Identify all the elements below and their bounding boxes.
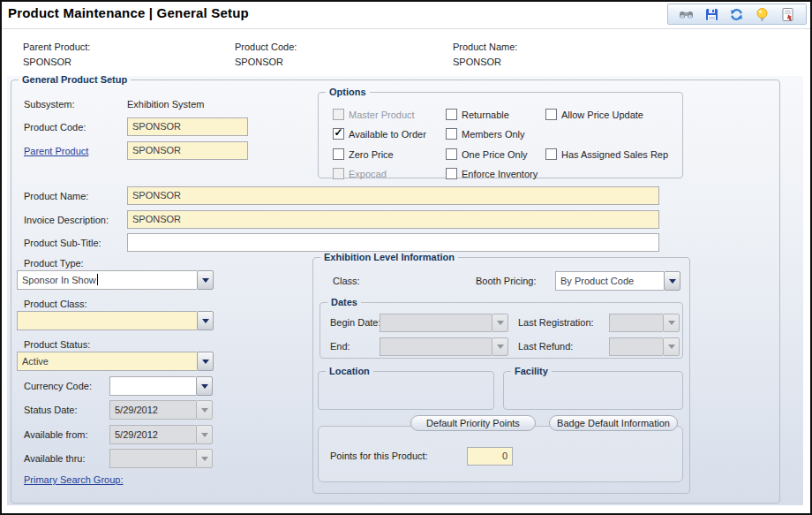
points-for-product-input[interactable]: 0 <box>467 447 513 466</box>
checkbox-zero-price[interactable]: Zero Price <box>333 148 394 160</box>
begin-date-picker <box>380 314 508 332</box>
currency-code-combobox[interactable] <box>109 376 213 396</box>
end-date-value <box>380 337 492 356</box>
checkbox-master-product: Master Product <box>333 109 415 120</box>
available-from-value: 5/29/2012 <box>109 425 196 444</box>
begin-date-value <box>380 314 492 332</box>
invoice-description-label: Invoice Description: <box>24 215 109 225</box>
checkbox-expocad: Expocad <box>333 168 387 179</box>
text-caret <box>97 274 98 285</box>
available-from-dropdown-button <box>196 425 213 444</box>
checkbox-box[interactable] <box>446 168 457 179</box>
end-date-dropdown-button <box>492 337 508 356</box>
last-refund-dropdown-button <box>663 337 680 356</box>
last-refund-picker <box>609 337 680 356</box>
class-label: Class: <box>333 276 360 286</box>
tip-icon[interactable] <box>755 6 771 22</box>
checkbox-label: Allow Price Update <box>561 110 643 120</box>
exhibition-level-information-legend: Exhibition Level Information <box>320 252 458 262</box>
subsystem-label: Subsystem: <box>24 99 74 110</box>
header-product-name-label: Product Name: <box>453 42 517 52</box>
checkbox-box[interactable] <box>446 128 457 140</box>
product-class-combobox[interactable] <box>17 311 214 330</box>
header-parent-product-label: Parent Product: <box>23 42 90 52</box>
status-date-label: Status Date: <box>24 405 78 415</box>
header-parent-product-value: SPONSOR <box>23 57 71 67</box>
default-priority-points-button[interactable]: Default Priority Points <box>410 415 536 431</box>
checkbox-box[interactable] <box>446 109 457 120</box>
checkbox-has-assigned-sales-rep[interactable]: Has Assigned Sales Rep <box>545 148 668 160</box>
general-product-setup-legend: General Product Setup <box>19 74 131 85</box>
product-subtitle-input[interactable] <box>127 233 659 252</box>
product-code-input[interactable]: SPONSOR <box>127 117 248 136</box>
last-registration-value <box>609 314 663 332</box>
booth-pricing-dropdown-button[interactable] <box>664 271 680 291</box>
chevron-down-icon <box>668 345 675 349</box>
chevron-down-icon <box>669 279 676 284</box>
facility-legend: Facility <box>511 366 552 376</box>
end-date-label: End: <box>330 341 350 352</box>
checkbox-enforce-inventory[interactable]: Enforce Inventory <box>446 168 538 179</box>
location-fieldset: Location <box>318 366 494 410</box>
booth-pricing-combobox[interactable]: By Product Code <box>555 271 680 291</box>
status-date-picker: 5/29/2012 <box>109 400 213 420</box>
product-status-value: Active <box>17 352 197 371</box>
checkbox-label: One Price Only <box>462 149 528 160</box>
chevron-down-icon <box>497 321 504 325</box>
available-thru-picker <box>109 449 213 468</box>
last-registration-label: Last Registration: <box>518 317 594 328</box>
checkbox-label: Enforce Inventory <box>462 169 538 179</box>
header-product-name-value: SPONSOR <box>453 57 501 67</box>
product-class-dropdown-button[interactable] <box>197 311 214 330</box>
checkbox-box[interactable] <box>545 148 557 160</box>
checkbox-allow-price-update[interactable]: Allow Price Update <box>545 109 643 120</box>
subsystem-value: Exhibition System <box>127 99 204 110</box>
checkbox-label: Has Assigned Sales Rep <box>561 149 668 160</box>
checkbox-one-price-only[interactable]: One Price Only <box>446 148 528 160</box>
product-maintenance-window: Product Maintenance | General Setup <box>0 0 812 515</box>
available-thru-value <box>109 449 196 468</box>
product-code-label: Product Code: <box>24 122 86 133</box>
product-type-combobox[interactable]: Sponsor In Show <box>17 270 214 290</box>
checkbox-label: Available to Order <box>349 129 426 140</box>
product-status-combobox[interactable]: Active <box>17 352 214 371</box>
chevron-down-icon <box>201 408 208 413</box>
parent-product-link[interactable]: Parent Product <box>24 146 88 156</box>
chevron-down-icon <box>497 345 504 349</box>
available-from-label: Available from: <box>24 429 88 440</box>
header-product-code-label: Product Code: <box>235 42 297 52</box>
begin-date-dropdown-button <box>492 314 508 332</box>
invoice-description-input[interactable]: SPONSOR <box>127 210 659 229</box>
product-name-input[interactable]: SPONSOR <box>127 186 659 205</box>
badge-default-information-button[interactable]: Badge Default Information <box>549 415 678 431</box>
product-type-dropdown-button[interactable] <box>197 270 214 290</box>
chevron-down-icon <box>201 433 208 437</box>
checkbox-members-only[interactable]: Members Only <box>446 128 525 140</box>
primary-search-group-link[interactable]: Primary Search Group: <box>24 474 123 485</box>
status-date-dropdown-button <box>196 400 213 420</box>
location-legend: Location <box>326 366 373 376</box>
chevron-down-icon <box>202 319 209 323</box>
last-registration-picker <box>609 314 680 332</box>
checkbox-box[interactable] <box>446 148 457 160</box>
parent-product-input[interactable]: SPONSOR <box>127 141 248 160</box>
last-refund-value <box>609 337 663 356</box>
chevron-down-icon <box>202 360 209 364</box>
report-icon[interactable] <box>780 6 796 22</box>
checkbox-available-to-order[interactable]: Available to Order <box>333 128 426 140</box>
find-icon[interactable] <box>678 6 694 22</box>
product-name-label: Product Name: <box>24 191 88 201</box>
checkbox-box[interactable] <box>545 109 557 120</box>
save-icon[interactable] <box>703 6 719 22</box>
product-status-dropdown-button[interactable] <box>197 352 214 371</box>
currency-code-dropdown-button[interactable] <box>196 376 213 396</box>
booth-pricing-label: Booth Pricing: <box>476 276 536 286</box>
checkbox-box[interactable] <box>333 128 344 140</box>
available-thru-dropdown-button <box>196 449 213 468</box>
product-subtitle-label: Product Sub-Title: <box>24 238 102 248</box>
checkbox-box[interactable] <box>333 148 344 160</box>
checkbox-returnable[interactable]: Returnable <box>446 109 509 120</box>
last-refund-label: Last Refund: <box>518 341 573 352</box>
refresh-icon[interactable] <box>729 6 745 22</box>
product-class-value <box>17 311 197 330</box>
